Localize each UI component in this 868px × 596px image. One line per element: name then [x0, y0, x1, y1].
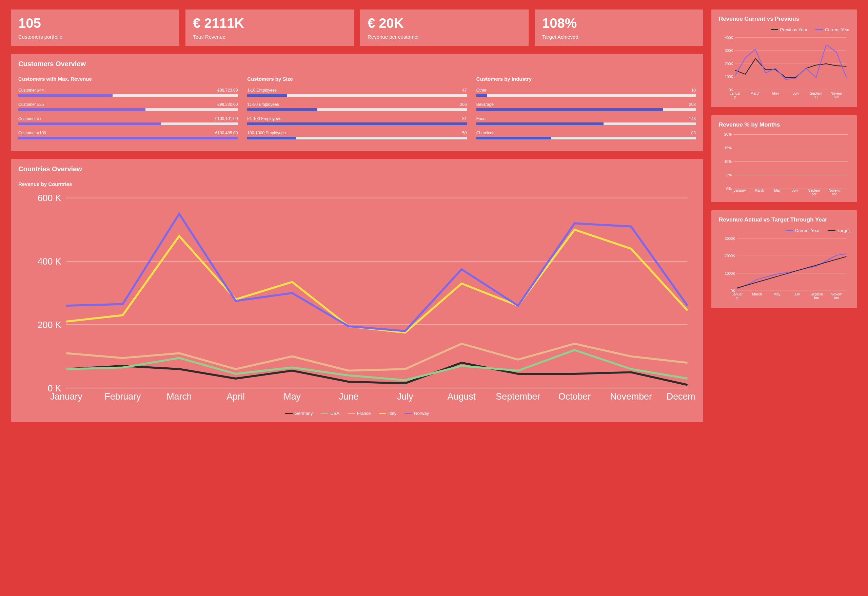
bar-fill: [247, 123, 466, 125]
bar-track: [476, 108, 696, 111]
chart-subtitle: Revenue by Countries: [18, 181, 696, 187]
svg-text:1000K: 1000K: [725, 271, 735, 275]
svg-text:July: July: [793, 292, 800, 296]
svg-text:June: June: [339, 392, 359, 402]
bar-label: Food: [476, 116, 486, 121]
kpi-value: € 20K: [368, 16, 521, 31]
bar-row: 1-10 Employees47: [247, 88, 466, 97]
bar-track: [247, 108, 466, 111]
bar-fill: [476, 137, 551, 139]
col-title: Customers with Max. Revenue: [18, 76, 238, 82]
svg-text:400 K: 400 K: [38, 256, 61, 267]
svg-text:ber: ber: [834, 296, 839, 300]
legend-label: France: [357, 411, 371, 416]
cmp-legend: Previous YearCurrent Year: [719, 27, 850, 32]
revenue-actual-vs-target-panel: Revenue Actual vs Target Through Year Cu…: [712, 210, 857, 308]
kpi-label: Target Achieved: [542, 34, 696, 40]
by-industry-col: Customers by Industry Other10Bevarage208…: [476, 76, 696, 145]
bar-fill: [247, 94, 287, 97]
legend-label: USA: [330, 411, 340, 416]
kpi-label: Customers portfolio: [18, 34, 172, 40]
bar-row: 11-50 Employees266: [247, 102, 466, 111]
legend-swatch: [321, 413, 328, 414]
legend-label: Previous Year: [780, 27, 807, 32]
legend-label: Current Year: [825, 27, 850, 32]
kpi-total-revenue: € 2111K Total Revenue: [186, 9, 354, 46]
svg-text:100K: 100K: [725, 75, 734, 79]
svg-text:2000K: 2000K: [725, 254, 735, 258]
svg-text:300K: 300K: [725, 49, 734, 53]
svg-text:December: December: [667, 392, 696, 402]
svg-text:400K: 400K: [725, 35, 734, 40]
bar-row: Customer #7€100,101.00: [18, 116, 238, 125]
legend-label: Current Year: [795, 228, 820, 233]
svg-text:August: August: [447, 392, 476, 402]
svg-text:200 K: 200 K: [38, 320, 61, 330]
legend-swatch: [348, 413, 355, 414]
bar-track: [247, 123, 466, 125]
kpi-row: 105 Customers portfolio € 2111K Total Re…: [11, 9, 703, 46]
legend-swatch: [379, 413, 386, 414]
legend-label: Norway: [414, 411, 429, 416]
bar-fill: [247, 108, 317, 111]
bar-value: 10: [691, 88, 696, 93]
bar-track: [18, 123, 238, 125]
bar-label: Customer #44: [18, 88, 44, 93]
legend-swatch: [285, 413, 292, 414]
panel-title: Revenue Actual vs Target Through Year: [719, 216, 850, 223]
svg-text:ber: ber: [814, 296, 819, 300]
svg-text:ber: ber: [813, 95, 819, 99]
revenue-pct-by-months-panel: Revenue % by Months 0%5%10%15%20% Januar…: [712, 115, 857, 202]
bar-track: [247, 94, 466, 97]
svg-text:200K: 200K: [725, 62, 734, 66]
col-title: Customers by Size: [247, 76, 466, 82]
bar-label: 1-10 Employees: [247, 88, 277, 93]
kpi-value: 105: [18, 16, 172, 31]
bar-row: Bevarage208: [476, 102, 696, 111]
bar-fill: [18, 108, 145, 111]
bar-row: Customer #35€98,230.00: [18, 102, 238, 111]
legend-item: Italy: [379, 411, 396, 416]
bar-value: 266: [460, 102, 467, 107]
svg-text:March: March: [167, 392, 192, 402]
legend-swatch: [771, 29, 778, 30]
revenue-pct-chart: 0%5%10%15%20%: [734, 134, 848, 189]
svg-text:April: April: [226, 392, 245, 402]
bar-label: Customer #100: [18, 131, 46, 135]
legend-swatch: [785, 230, 793, 231]
bar-fill: [18, 137, 238, 139]
bar-row: Food143: [476, 116, 696, 125]
svg-text:y: y: [736, 296, 738, 300]
legend-item: France: [348, 411, 371, 416]
legend-label: Italy: [388, 411, 396, 416]
bar-row: 51-100 Employees81: [247, 116, 466, 125]
svg-text:November: November: [610, 392, 652, 402]
bar-fill: [18, 123, 161, 125]
bar-row: Other10: [476, 88, 696, 97]
panel-title: Revenue % by Months: [719, 121, 850, 128]
kpi-customers: 105 Customers portfolio: [11, 9, 179, 46]
legend-label: Germany: [295, 411, 313, 416]
bar-value: 81: [462, 116, 466, 121]
bar-fill: [476, 123, 604, 125]
svg-text:March: March: [752, 292, 762, 296]
kpi-target-achieved: 108% Target Achieved: [535, 9, 703, 46]
bar-fill: [476, 94, 487, 97]
panel-title: Revenue Current vs Previous: [719, 16, 850, 22]
panel-title: Countries Overview: [18, 165, 696, 173]
bar-value: €86,723.00: [217, 88, 238, 93]
bar-label: 100-1000 Employees: [247, 131, 285, 135]
bar-label: 51-100 Employees: [247, 116, 281, 121]
kpi-label: Revenue per customer: [368, 34, 521, 40]
bar-track: [247, 137, 466, 139]
bar-label: Customer #35: [18, 102, 44, 107]
by-size-col: Customers by Size 1-10 Employees4711-50 …: [247, 76, 466, 145]
kpi-label: Total Revenue: [193, 34, 347, 40]
countries-overview-panel: Countries Overview Revenue by Countries …: [11, 159, 703, 422]
svg-text:September: September: [496, 392, 540, 402]
bar-value: 47: [462, 88, 466, 93]
legend-item: Norway: [404, 411, 429, 416]
bar-value: 83: [691, 131, 696, 135]
kpi-value: 108%: [542, 16, 696, 31]
bar-value: €100,485.00: [215, 131, 238, 135]
